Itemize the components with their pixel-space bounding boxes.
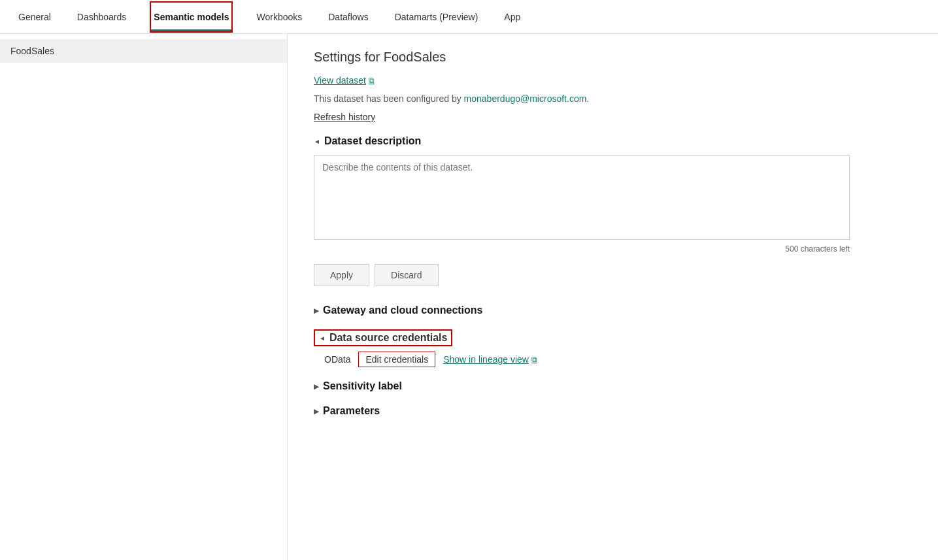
sidebar-item-foodsales[interactable]: FoodSales [0,39,287,63]
odata-label: OData [324,354,350,365]
config-email[interactable]: monaberdugo@microsoft.com [464,93,587,104]
gateway-expand-icon: ▶ [314,307,319,314]
gateway-section: ▶ Gateway and cloud connections [314,305,850,316]
external-link-icon: ⧉ [369,76,375,85]
nav-item-workbooks[interactable]: Workbooks [254,1,305,33]
lineage-external-icon: ⧉ [531,355,537,364]
content-area: Settings for FoodSales View dataset ⧉ Th… [288,34,876,560]
odata-row: OData Edit credentials Show in lineage v… [324,352,850,367]
sensitivity-label-section: ▶ Sensitivity label [314,380,850,392]
nav-item-semantic-models[interactable]: Semantic models [150,1,233,33]
edit-credentials-button[interactable]: Edit credentials [358,352,435,367]
sensitivity-expand-icon: ▶ [314,383,319,390]
description-textarea[interactable] [314,155,850,240]
config-suffix: . [586,93,589,104]
parameters-header[interactable]: ▶ Parameters [314,405,850,417]
sidebar: FoodSales [0,34,288,560]
parameters-section: ▶ Parameters [314,405,850,417]
discard-button[interactable]: Discard [375,264,438,286]
parameters-expand-icon: ▶ [314,408,319,415]
dataset-config-text: This dataset has been configured by mona… [314,93,850,104]
gateway-section-header[interactable]: ▶ Gateway and cloud connections [314,305,850,316]
data-source-content: OData Edit credentials Show in lineage v… [314,352,850,367]
action-buttons: Apply Discard [314,264,850,286]
nav-item-app[interactable]: App [501,1,523,33]
refresh-history-link[interactable]: Refresh history [314,112,375,122]
char-count: 500 characters left [314,244,850,254]
data-source-header-bordered: ◄ Data source credentials [314,329,452,346]
config-prefix: This dataset has been configured by [314,93,464,104]
top-nav: General Dashboards Semantic models Workb… [0,0,938,34]
nav-item-dataflows[interactable]: Dataflows [326,1,371,33]
gateway-section-title: Gateway and cloud connections [323,305,483,316]
main-layout: FoodSales Settings for FoodSales View da… [0,34,938,560]
dataset-description-section: ◄ Dataset description 500 characters lef… [314,135,850,286]
nav-item-datamarts[interactable]: Datamarts (Preview) [392,1,481,33]
dataset-description-header: ◄ Dataset description [314,135,850,147]
collapse-icon: ◄ [314,138,320,145]
data-source-collapse-icon: ◄ [319,335,326,342]
show-lineage-link[interactable]: Show in lineage view ⧉ [443,354,537,365]
nav-item-general[interactable]: General [16,1,54,33]
view-dataset-link[interactable]: View dataset ⧉ [314,75,375,86]
sensitivity-label-title: Sensitivity label [323,380,402,392]
view-dataset-label: View dataset [314,75,366,86]
show-lineage-label: Show in lineage view [443,354,529,365]
parameters-title: Parameters [323,405,380,417]
data-source-section-title: Data source credentials [329,332,448,344]
apply-button[interactable]: Apply [314,264,369,286]
sensitivity-label-header[interactable]: ▶ Sensitivity label [314,380,850,392]
dataset-description-title: Dataset description [324,135,421,147]
data-source-section: ◄ Data source credentials OData Edit cre… [314,329,850,367]
page-title: Settings for FoodSales [314,50,850,65]
nav-item-dashboards[interactable]: Dashboards [75,1,129,33]
